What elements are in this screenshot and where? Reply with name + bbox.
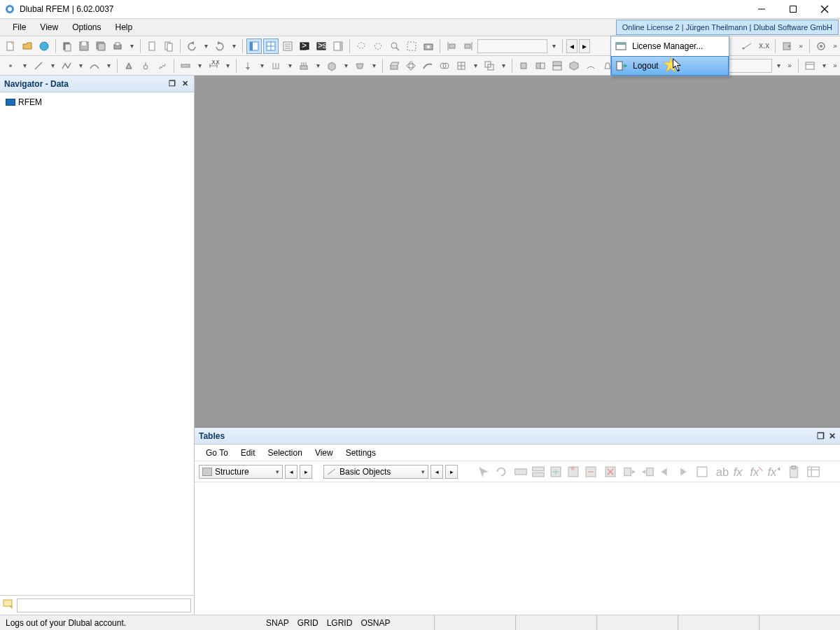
sweep-icon[interactable] <box>420 58 435 74</box>
zoom-area-icon[interactable] <box>404 38 419 54</box>
close-icon[interactable]: ✕ <box>180 79 190 89</box>
next-button[interactable]: ▸ <box>579 39 590 53</box>
extrude-icon[interactable] <box>386 58 402 74</box>
zoom-fit-icon[interactable] <box>387 38 402 54</box>
blank-cell-icon[interactable] <box>694 464 710 479</box>
load-solid-icon[interactable] <box>324 58 340 74</box>
menu-view[interactable]: View <box>33 20 65 35</box>
lasso-icon[interactable] <box>354 38 369 54</box>
prev-table-button[interactable]: ◂ <box>285 465 298 479</box>
chevron-down-icon[interactable]: ▾ <box>470 62 480 69</box>
intersect-icon[interactable] <box>482 58 497 74</box>
views-top-icon[interactable] <box>550 58 565 74</box>
import-left-icon[interactable] <box>640 464 655 479</box>
menu-options[interactable]: Options <box>65 20 108 35</box>
node-icon[interactable] <box>3 58 18 74</box>
copy-icon[interactable] <box>59 38 75 54</box>
cloud-icon[interactable] <box>36 38 52 54</box>
chevron-down-icon[interactable]: ▾ <box>549 42 559 50</box>
chevron-down-icon[interactable]: ▾ <box>201 42 211 50</box>
clipboard-icon[interactable] <box>786 464 802 479</box>
maximize-button[interactable] <box>777 0 808 18</box>
save-all-icon[interactable] <box>93 38 108 54</box>
grid-toggle[interactable]: GRID <box>298 618 318 628</box>
chevron-down-icon[interactable]: ▾ <box>819 62 829 69</box>
row-add-icon[interactable] <box>513 464 528 479</box>
overflow-icon[interactable]: » <box>830 62 840 69</box>
restore-icon[interactable]: ❐ <box>167 79 177 89</box>
arrow-right-icon[interactable] <box>675 464 690 479</box>
dimension-icon[interactable]: xx <box>206 58 221 74</box>
fx-apply-icon[interactable]: fx <box>766 464 782 479</box>
redo-icon[interactable] <box>212 38 227 54</box>
open-icon[interactable] <box>20 38 35 54</box>
chevron-down-icon[interactable]: ▾ <box>223 62 232 69</box>
tables-menu-goto[interactable]: Go To <box>200 446 234 460</box>
script-icon[interactable]: >sc <box>314 38 329 54</box>
delete-icon[interactable] <box>603 464 618 479</box>
prev-object-button[interactable]: ◂ <box>430 465 443 479</box>
chevron-down-icon[interactable]: ▾ <box>313 62 323 69</box>
close-icon[interactable]: ✕ <box>829 431 836 441</box>
lgrid-toggle[interactable]: LGRID <box>327 618 353 628</box>
tables-body[interactable] <box>195 482 840 615</box>
panel-list-icon[interactable] <box>280 38 295 54</box>
tables-menu-selection[interactable]: Selection <box>262 446 308 460</box>
support-icon[interactable] <box>121 58 136 74</box>
chevron-down-icon[interactable]: ▾ <box>774 62 783 69</box>
lasso-free-icon[interactable] <box>370 38 386 54</box>
prev-button[interactable]: ◂ <box>566 39 578 53</box>
next-table-button[interactable]: ▸ <box>300 465 312 479</box>
export-table-icon[interactable] <box>806 464 821 479</box>
chevron-down-icon[interactable]: ▾ <box>498 62 508 69</box>
menu-file[interactable]: File <box>6 20 33 35</box>
import-right-icon[interactable] <box>622 464 638 479</box>
save-icon[interactable] <box>76 38 92 54</box>
load-line-icon[interactable] <box>268 58 284 74</box>
chevron-down-icon[interactable]: ▾ <box>104 62 113 69</box>
overflow-icon[interactable]: » <box>830 42 840 50</box>
osnap-toggle[interactable]: OSNAP <box>360 618 390 628</box>
chevron-down-icon[interactable]: ▾ <box>229 42 239 50</box>
chevron-down-icon[interactable]: ▾ <box>369 62 379 69</box>
menu-help[interactable]: Help <box>108 20 140 35</box>
boolean-icon[interactable] <box>437 58 452 74</box>
navigator-search-input[interactable] <box>17 598 191 612</box>
measure-xxx-icon[interactable]: x.xx <box>756 38 771 54</box>
terminal-icon[interactable]: >_ <box>297 38 312 54</box>
member-icon[interactable] <box>178 58 193 74</box>
chevron-down-icon[interactable]: ▾ <box>76 62 85 69</box>
align-right-icon[interactable] <box>461 38 476 54</box>
curve-icon[interactable] <box>87 58 102 74</box>
tables-menu-view[interactable]: View <box>309 446 339 460</box>
minimize-button[interactable] <box>746 0 777 18</box>
measure-linear-icon[interactable] <box>739 38 755 54</box>
snap-toggle[interactable]: SNAP <box>266 618 289 628</box>
views-cube-icon[interactable] <box>516 58 531 74</box>
document-icon[interactable] <box>144 38 160 54</box>
arrow-left-icon[interactable] <box>657 464 673 479</box>
logout-item[interactable]: Logout <box>611 56 729 76</box>
canvas-viewport[interactable] <box>195 76 840 427</box>
tree-root-item[interactable]: RFEM <box>4 97 190 108</box>
comment-icon[interactable] <box>3 599 14 611</box>
restore-icon[interactable]: ❐ <box>817 431 825 441</box>
fx-clear-icon[interactable]: fx <box>749 464 764 479</box>
export-icon[interactable] <box>779 38 794 54</box>
mesh-icon[interactable] <box>454 58 469 74</box>
line-icon[interactable] <box>31 58 46 74</box>
table-view-icon[interactable] <box>802 58 818 74</box>
view-select[interactable] <box>477 39 547 53</box>
print-icon[interactable] <box>110 38 125 54</box>
fx-icon[interactable]: fx <box>732 464 747 479</box>
views-iso-icon[interactable] <box>566 58 582 74</box>
revolve-icon[interactable] <box>403 58 419 74</box>
tables-category-select[interactable]: Structure ▾ <box>199 465 283 479</box>
chevron-down-icon[interactable]: ▾ <box>285 62 295 69</box>
chevron-down-icon[interactable]: ▾ <box>195 62 204 69</box>
chevron-down-icon[interactable]: ▾ <box>341 62 351 69</box>
next-object-button[interactable]: ▸ <box>445 465 458 479</box>
close-button[interactable] <box>808 0 840 18</box>
new-icon[interactable] <box>3 38 18 54</box>
row-insert-icon[interactable] <box>531 464 546 479</box>
